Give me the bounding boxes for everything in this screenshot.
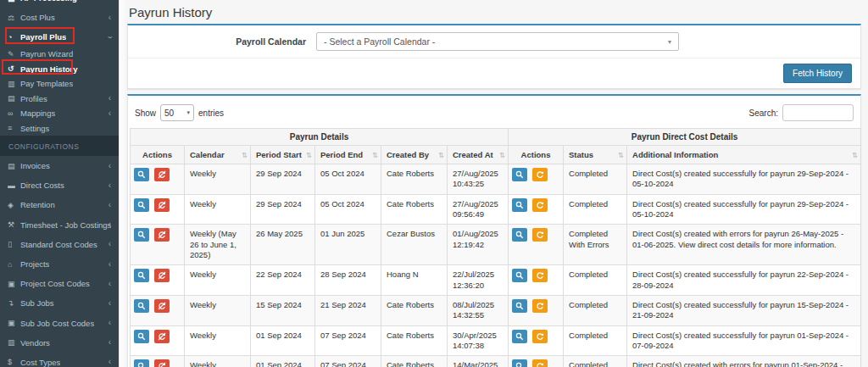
calendar-cell: Weekly <box>185 194 251 225</box>
sort-icon: ⇅ <box>499 151 505 159</box>
view-payrun-button[interactable] <box>134 330 149 343</box>
column-header-period-start[interactable]: Period Start ⇅ <box>251 146 315 164</box>
sidebar-item-sub-job-cost-codes[interactable]: ▣ Sub Job Cost Codes ‹ <box>0 314 119 333</box>
period-start-cell: 29 Sep 2024 <box>251 164 315 195</box>
fetch-history-button[interactable]: Fetch History <box>783 64 852 83</box>
column-header-status[interactable]: Status ⇅ <box>564 146 627 164</box>
refresh-icon <box>536 271 544 280</box>
id-card-icon: ▤ <box>8 94 20 103</box>
actions-cell <box>131 194 185 225</box>
created-at-cell: 08/Jul/2025 14:32:55 <box>448 296 509 326</box>
view-payrun-button[interactable] <box>134 198 149 212</box>
unlink-payrun-button[interactable] <box>154 168 170 181</box>
link-icon: ∞ <box>8 109 20 118</box>
column-header-calendar[interactable]: Calendar ⇅ <box>185 146 251 164</box>
sidebar-item-payroll-plus[interactable]: ◔ Payroll Plus ‹ <box>0 27 119 47</box>
additional-info-cell: Direct Cost(s) created successfully for … <box>627 296 861 326</box>
unlink-payrun-button[interactable] <box>154 228 170 242</box>
sync-slash-icon <box>158 170 166 179</box>
view-payrun-button[interactable] <box>134 359 149 367</box>
sidebar-item-label: Project Cost Codes <box>20 279 90 288</box>
period-end-cell: 07 Sep 2024 <box>315 356 381 367</box>
sidebar-item-cost-plus[interactable]: ⚖ Cost Plus ‹ <box>0 8 119 27</box>
magnifier-icon <box>515 271 524 280</box>
dollar-icon: $ <box>8 358 20 366</box>
view-payrun-button[interactable] <box>134 168 149 181</box>
dc-actions-cell <box>509 265 564 296</box>
view-payrun-button[interactable] <box>134 269 149 282</box>
unlink-payrun-button[interactable] <box>154 299 170 313</box>
reprocess-direct-cost-button[interactable] <box>532 228 548 242</box>
sidebar-item-profiles[interactable]: ▤ Profiles ‹ <box>0 92 119 107</box>
reprocess-direct-cost-button[interactable] <box>532 168 548 181</box>
sidebar-item-label: Retention <box>20 200 55 209</box>
unlink-payrun-button[interactable] <box>154 198 170 212</box>
sidebar-item-pay-templates[interactable]: ▥ Pay Templates <box>0 76 119 92</box>
view-direct-cost-button[interactable] <box>512 269 527 282</box>
page-size-select[interactable]: 50 ▾ <box>160 104 194 121</box>
unlink-payrun-button[interactable] <box>154 330 170 343</box>
reprocess-direct-cost-button[interactable] <box>532 198 548 212</box>
magnifier-icon <box>515 302 524 310</box>
additional-info-cell: Direct Cost(s) created with errors for p… <box>627 225 861 265</box>
column-header-row: Actions Calendar ⇅ Period Start ⇅ Period… <box>131 146 861 164</box>
column-header-period-end[interactable]: Period End ⇅ <box>315 146 381 164</box>
view-direct-cost-button[interactable] <box>512 228 527 242</box>
reprocess-direct-cost-button[interactable] <box>532 299 548 313</box>
group-header-payrun-details: Payrun Details <box>131 129 509 146</box>
page-size-value: 50 <box>164 108 174 118</box>
column-header-additional-information[interactable]: Additional Information ⇅ <box>627 146 861 164</box>
group-header-row: Payrun Details Payrun Direct Cost Detail… <box>131 129 861 146</box>
period-end-cell: 07 Sep 2024 <box>315 325 381 356</box>
sidebar-item-ap-processing[interactable]: ▦ AP Processing <box>0 0 119 8</box>
reprocess-direct-cost-button[interactable] <box>532 269 548 282</box>
sidebar-item-standard-cost-codes[interactable]: ▯ Standard Cost Codes ‹ <box>0 235 119 254</box>
search-input[interactable] <box>782 104 854 121</box>
sidebar-item-direct-costs[interactable]: ▬ Direct Costs ‹ <box>0 175 119 195</box>
reprocess-direct-cost-button[interactable] <box>532 330 548 343</box>
column-header-created-by[interactable]: Created By ⇅ <box>381 146 448 164</box>
payroll-calendar-select[interactable]: - Select a Payroll Calendar - ▾ <box>316 32 679 51</box>
sidebar-item-label: Sub Job Cost Codes <box>20 319 94 328</box>
sidebar-item-retention[interactable]: ◈ Retention ‹ <box>0 195 119 214</box>
unlink-payrun-button[interactable] <box>154 359 170 367</box>
view-payrun-button[interactable] <box>134 228 149 242</box>
actions-cell <box>131 325 185 356</box>
sidebar-item-payrun-wizard[interactable]: ✎ Payrun Wizard <box>0 47 119 62</box>
column-header-created-at[interactable]: Created At ⇅ <box>448 146 509 164</box>
sidebar-item-project-cost-codes[interactable]: ▣ Project Cost Codes ‹ <box>0 274 119 293</box>
sidebar-item-payrun-history[interactable]: ↺ Payrun History <box>0 62 119 77</box>
sidebar-item-timesheet-job-costings[interactable]: ⚒ Timesheet - Job Costings ‹ <box>0 215 119 235</box>
chevron-icon: ‹ <box>108 260 111 269</box>
caret-down-icon: ▾ <box>668 38 671 46</box>
created-by-cell: Cate Roberts <box>381 194 448 225</box>
sidebar-item-mappings[interactable]: ∞ Mappings ‹ <box>0 106 119 121</box>
table-row: Weekly 01 Sep 2024 07 Sep 2024 Cate Robe… <box>131 325 861 356</box>
sidebar-config-section: ▤ Invoices ‹ ▬ Direct Costs ‹ ◈ Retentio… <box>0 156 119 367</box>
unlink-payrun-button[interactable] <box>154 269 170 282</box>
sidebar-item-invoices[interactable]: ▤ Invoices ‹ <box>0 156 119 175</box>
period-start-cell: 01 Sep 2024 <box>251 325 315 356</box>
actions-cell <box>131 356 185 367</box>
created-by-cell: Cate Roberts <box>381 356 448 367</box>
sidebar-item-label: Invoices <box>20 161 50 170</box>
sidebar-item-sub-jobs[interactable]: ↴ Sub Jobs ‹ <box>0 293 119 313</box>
view-payrun-button[interactable] <box>134 299 149 313</box>
sidebar-item-settings[interactable]: ≡ Settings <box>0 121 119 136</box>
view-direct-cost-button[interactable] <box>512 299 527 313</box>
sidebar-item-cost-types[interactable]: $ Cost Types ‹ <box>0 353 119 367</box>
reprocess-direct-cost-button[interactable] <box>532 359 548 367</box>
created-at-cell: 27/Aug/2025 09:56:49 <box>448 194 509 225</box>
created-at-cell: 14/Mar/2025 11:48:10 <box>448 356 509 367</box>
view-direct-cost-button[interactable] <box>512 168 527 181</box>
sort-icon: ⇅ <box>618 151 624 159</box>
sidebar-scrollbar[interactable] <box>119 0 125 367</box>
period-start-cell: 22 Sep 2024 <box>251 265 315 296</box>
period-start-cell: 01 Sep 2024 <box>251 356 315 367</box>
view-direct-cost-button[interactable] <box>512 359 527 367</box>
period-start-cell: 29 Sep 2024 <box>251 194 315 225</box>
view-direct-cost-button[interactable] <box>512 198 527 212</box>
sidebar-item-vendors[interactable]: ▥ Vendors ‹ <box>0 333 119 353</box>
sidebar-item-projects[interactable]: ⌂ Projects ‹ <box>0 254 119 274</box>
view-direct-cost-button[interactable] <box>512 330 527 343</box>
